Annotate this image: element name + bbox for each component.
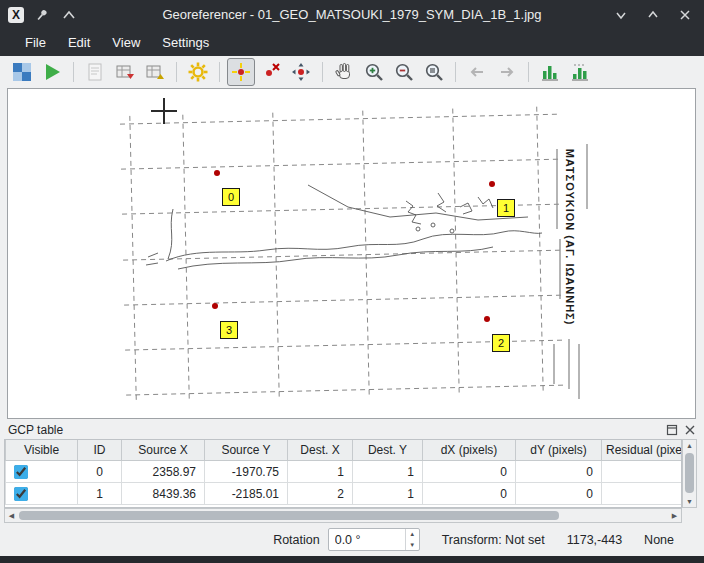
visible-checkbox[interactable] xyxy=(14,487,28,501)
col-residual: Residual (pixels) xyxy=(602,440,683,461)
gcp-label: 3 xyxy=(220,321,238,339)
cell-dest-y: 1 xyxy=(353,483,423,505)
vertical-scrollbar[interactable]: ▲ ▼ xyxy=(682,439,697,508)
gcp-panel-title: GCP table xyxy=(8,423,63,437)
toolbar-separator xyxy=(322,62,323,82)
open-raster-button[interactable] xyxy=(8,58,36,86)
move-point-button[interactable] xyxy=(287,58,315,86)
scroll-thumb[interactable] xyxy=(685,453,694,493)
window-title: Georeferencer - 01_GEO_MATSOUKI_1979_SYM… xyxy=(0,0,704,30)
histogram-local-stretch-button[interactable] xyxy=(566,58,594,86)
cell-dy: 0 xyxy=(516,483,602,505)
map-fine-print xyxy=(559,239,561,299)
transform-status: Transform: Not set xyxy=(442,533,545,547)
gcp-panel-header: GCP table xyxy=(8,421,696,438)
toolbar-separator xyxy=(455,62,456,82)
toolbar-separator xyxy=(528,62,529,82)
gcp-label: 1 xyxy=(497,199,515,217)
script-icon xyxy=(84,61,106,83)
zoom-last-button xyxy=(463,58,491,86)
map-canvas[interactable]: ΜΑΤΣΟΥΚΙΟΝ (ΑΓ. ΙΩΑΝΝΗΣ) 0 1 2 3 xyxy=(7,88,696,419)
maximize-icon[interactable] xyxy=(644,6,662,24)
menu-bar: File Edit View Settings xyxy=(0,30,704,56)
menu-view[interactable]: View xyxy=(101,30,151,56)
menu-settings[interactable]: Settings xyxy=(151,30,220,56)
zoom-in-button[interactable] xyxy=(360,58,388,86)
toolbar-separator xyxy=(219,62,220,82)
dock-close-icon[interactable] xyxy=(683,423,696,436)
pan-button[interactable] xyxy=(330,58,358,86)
menu-file[interactable]: File xyxy=(14,30,57,56)
raster-icon xyxy=(11,61,33,83)
rotation-input[interactable] xyxy=(329,529,405,550)
table-row[interactable]: 1 8439.36 -2185.01 2 1 0 0 xyxy=(6,483,683,505)
col-dy: dY (pixels) xyxy=(516,440,602,461)
zoom-to-layer-icon xyxy=(423,61,445,83)
start-georeferencing-button[interactable] xyxy=(38,58,66,86)
table-row[interactable]: 0 2358.97 -1970.75 1 1 0 0 xyxy=(6,461,683,483)
menu-edit[interactable]: Edit xyxy=(57,30,101,56)
zoom-in-icon xyxy=(363,61,385,83)
gcp-label: 0 xyxy=(222,188,240,206)
spin-down-icon[interactable]: ▼ xyxy=(406,540,419,551)
scrollbar-corner xyxy=(682,508,697,523)
cell-dest-x: 2 xyxy=(288,483,353,505)
zoom-next-button xyxy=(493,58,521,86)
cell-dest-x: 1 xyxy=(288,461,353,483)
toolbar xyxy=(0,56,704,88)
gcp-dot xyxy=(214,170,220,176)
map-fine-print xyxy=(568,339,570,389)
scroll-left-icon[interactable]: ◀ xyxy=(5,510,18,521)
minimize-icon[interactable] xyxy=(612,6,630,24)
cell-residual xyxy=(602,483,683,505)
shade-icon[interactable] xyxy=(60,6,78,24)
spin-up-icon[interactable]: ▲ xyxy=(406,529,419,540)
col-dx: dX (pixels) xyxy=(423,440,516,461)
cell-dx: 0 xyxy=(423,461,516,483)
dock-float-icon[interactable] xyxy=(665,423,678,436)
rotation-spinbox[interactable]: ▲ ▼ xyxy=(328,528,420,551)
visible-checkbox[interactable] xyxy=(14,465,28,479)
col-source-y: Source Y xyxy=(205,440,288,461)
delete-point-icon xyxy=(260,61,282,83)
gcp-label: 2 xyxy=(492,334,510,352)
map-vertical-title: ΜΑΤΣΟΥΚΙΟΝ (ΑΓ. ΙΩΑΝΝΗΣ) xyxy=(564,137,576,337)
transformation-settings-button[interactable] xyxy=(184,58,212,86)
scroll-up-icon[interactable]: ▲ xyxy=(683,440,696,451)
col-visible: Visible xyxy=(6,440,78,461)
map-fine-print xyxy=(556,149,558,229)
save-gcp-icon xyxy=(144,61,166,83)
load-gcp-button[interactable] xyxy=(111,58,139,86)
cell-source-x: 8439.36 xyxy=(122,483,205,505)
zoom-to-layer-button[interactable] xyxy=(420,58,448,86)
cell-id: 1 xyxy=(78,483,122,505)
cell-dest-y: 1 xyxy=(353,461,423,483)
zoom-out-icon xyxy=(393,61,415,83)
close-icon[interactable] xyxy=(676,6,694,24)
toolbar-separator xyxy=(73,62,74,82)
histogram-full-icon xyxy=(539,61,561,83)
app-icon: X xyxy=(8,7,24,23)
gcp-dot xyxy=(212,303,218,309)
add-point-button[interactable] xyxy=(227,58,255,86)
pin-icon[interactable] xyxy=(33,6,51,24)
map-fine-print xyxy=(553,344,555,384)
delete-point-button[interactable] xyxy=(257,58,285,86)
save-gcp-button[interactable] xyxy=(141,58,169,86)
histogram-full-stretch-button[interactable] xyxy=(536,58,564,86)
cell-source-y: -1970.75 xyxy=(205,461,288,483)
load-gcp-icon xyxy=(114,61,136,83)
scroll-right-icon[interactable]: ▶ xyxy=(668,510,681,521)
scroll-thumb[interactable] xyxy=(19,511,559,520)
scroll-down-icon[interactable]: ▼ xyxy=(683,496,696,507)
gcp-table: Visible ID Source X Source Y Dest. X Des… xyxy=(4,439,682,508)
zoom-out-button[interactable] xyxy=(390,58,418,86)
rotation-label: Rotation xyxy=(273,533,320,547)
horizontal-scrollbar[interactable]: ◀ ▶ xyxy=(4,508,682,523)
gcp-dot xyxy=(489,181,495,187)
cell-dy: 0 xyxy=(516,461,602,483)
play-icon xyxy=(41,61,63,83)
toolbar-separator xyxy=(176,62,177,82)
map-sketch xyxy=(8,89,695,418)
window-bottom-edge xyxy=(0,556,704,563)
